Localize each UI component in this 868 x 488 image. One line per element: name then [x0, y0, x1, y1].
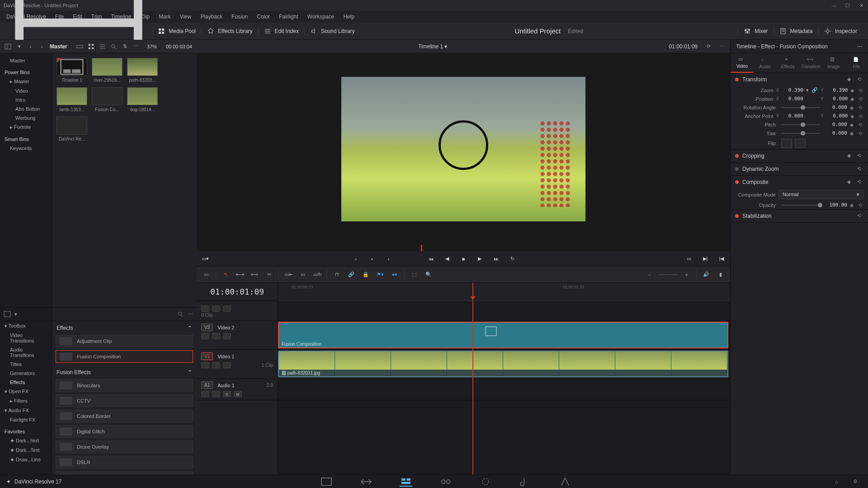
tree-video[interactable]: Video	[0, 86, 52, 95]
fx-fav-1[interactable]: ★ Dark...hird	[0, 436, 52, 446]
tree-abo-button[interactable]: Abo Button	[0, 104, 52, 113]
menu-view[interactable]: View	[175, 12, 196, 22]
sort-icon[interactable]: ⇅	[122, 42, 128, 51]
media-thumb-river[interactable]: river-29519...	[92, 58, 123, 83]
viewer-more-icon[interactable]: ⋯	[720, 43, 725, 49]
zoom-x-input[interactable]: 0.390	[783, 87, 803, 93]
marker-dot-icon[interactable]: •	[368, 255, 376, 263]
tl-arrow-tool-icon[interactable]: ↖	[221, 270, 231, 280]
fx-search-icon[interactable]	[177, 311, 184, 318]
menu-fairlight[interactable]: Fairlight	[274, 12, 303, 22]
track-header-v3[interactable]: 0 Clip	[197, 301, 278, 321]
metadata-toggle[interactable]: Metadata	[779, 28, 813, 35]
menu-mark[interactable]: Mark	[154, 12, 175, 22]
viewer-scrubber[interactable]	[197, 245, 730, 251]
tl-insert-icon[interactable]: ▭⇤	[283, 270, 293, 280]
edit-index-toggle[interactable]: Edit Index	[264, 28, 299, 35]
keyframe-icon[interactable]: ◆	[850, 88, 855, 93]
anchor-x-input[interactable]: 0.000	[783, 113, 803, 119]
tree-werbung[interactable]: Werbung	[0, 113, 52, 122]
lane-a1[interactable]	[278, 379, 730, 400]
inspector-tab-audio[interactable]: ♪Audio	[754, 53, 777, 73]
clip-fusion-composition[interactable]: Fusion Composition	[278, 322, 728, 348]
keyframe-icon[interactable]: ◆	[847, 76, 854, 83]
fx-tree-fairlight[interactable]: Fairlight FX	[0, 415, 52, 424]
fx-colored-border[interactable]: Colored Border	[56, 410, 193, 422]
stop-icon[interactable]: ■	[459, 255, 467, 263]
tl-ripple-icon[interactable]: ⬚	[409, 270, 419, 280]
inspector-tab-image[interactable]: 🖼Image	[822, 53, 845, 73]
keyframe-icon[interactable]: ◆	[850, 122, 855, 127]
fx-chevron-down-icon[interactable]: ▾	[14, 311, 17, 317]
inspector-tab-effects[interactable]: ✦Effects	[776, 53, 799, 73]
goto-start-icon[interactable]: ⏮	[427, 255, 435, 263]
media-thumb-davinci[interactable]: DaVinci Re...	[57, 117, 87, 141]
stabilization-section-header[interactable]: Stabilization⟲	[731, 210, 868, 222]
pitch-input[interactable]: 0.000	[826, 122, 847, 127]
keyframe-icon[interactable]: ◆	[850, 131, 855, 136]
v1-track-id[interactable]: V1	[201, 352, 213, 360]
tree-master[interactable]: ▸ Master	[0, 77, 52, 86]
reset-icon[interactable]: ⟲	[859, 113, 863, 119]
match-frame-icon[interactable]: ▭	[685, 255, 693, 263]
effects-library-toggle[interactable]: Effects Library	[207, 28, 252, 35]
tl-audio-icon[interactable]: 🔊	[701, 270, 711, 280]
media-thumb-lamb[interactable]: lamb-1353...	[57, 87, 87, 112]
view-list-icon[interactable]	[99, 42, 106, 51]
home-icon[interactable]: ⌂	[830, 477, 843, 487]
tl-zoom-in-icon[interactable]: +	[682, 270, 692, 280]
fx-digital-glitch[interactable]: Digital Glitch	[56, 425, 193, 438]
reset-icon[interactable]: ⟲	[858, 105, 863, 110]
tree-smart-bins[interactable]: Smart Bins	[0, 132, 52, 144]
viewer-sync-icon[interactable]: ⟳	[707, 43, 711, 49]
opacity-slider[interactable]	[781, 205, 820, 206]
reset-icon[interactable]: ⟲	[857, 153, 863, 159]
tree-intro[interactable]: Intro	[0, 95, 52, 104]
keyframe-icon[interactable]: ◆	[850, 105, 855, 110]
flip-v-button[interactable]	[795, 139, 806, 148]
close-button[interactable]: ✕	[858, 2, 864, 9]
fx-pane-icon[interactable]	[4, 310, 11, 319]
inspector-more-icon[interactable]: ⋯	[857, 43, 863, 50]
menu-workspace[interactable]: Workspace	[303, 12, 339, 22]
prev-marker-icon[interactable]: ‹	[352, 255, 360, 263]
lane-v2[interactable]: Fusion Composition	[278, 321, 730, 350]
minimize-button[interactable]: —	[831, 2, 837, 9]
media-thumb-timeline[interactable]: Timeline 1	[57, 58, 87, 83]
reset-icon[interactable]: ⟲	[857, 179, 863, 185]
composite-enable-dot[interactable]	[735, 180, 739, 184]
pos-x-input[interactable]: 0.000	[783, 96, 803, 102]
keyframe-icon[interactable]: ◆	[850, 202, 855, 208]
v3-auto-select-icon[interactable]	[212, 305, 220, 312]
goto-end-icon[interactable]: ⏭	[492, 255, 500, 263]
flip-h-button[interactable]	[781, 139, 792, 148]
pos-y-input[interactable]: 0.000	[827, 96, 848, 102]
viewer-timeline-name[interactable]: Timeline 1	[418, 43, 443, 50]
media-thumb-dog[interactable]: dog-18014...	[127, 87, 158, 112]
track-header-a1[interactable]: A1Audio 12.0 SM	[197, 379, 278, 400]
v1-disable-icon[interactable]	[223, 362, 231, 368]
fx-dslr[interactable]: DSLR	[56, 456, 193, 469]
page-cut-icon[interactable]	[360, 477, 373, 487]
fx-binoculars[interactable]: Binoculars	[56, 379, 193, 392]
fx-dve[interactable]: DVE	[56, 471, 193, 474]
reset-icon[interactable]: ⟲	[857, 213, 863, 219]
fx-fusion-composition[interactable]: Fusion Composition	[56, 350, 193, 363]
step-back-icon[interactable]: ◀	[443, 255, 451, 263]
keyframe-icon[interactable]: ◆	[847, 179, 854, 185]
fx-more-icon[interactable]: ⋯	[188, 311, 193, 317]
timeline-lanes[interactable]: 01:00:00:23 01:00:02:22 Fusion Compositi…	[278, 283, 730, 474]
track-header-v1[interactable]: V1Video 1 1 Clip	[197, 350, 278, 379]
inspector-toggle[interactable]: Inspector	[824, 28, 857, 35]
fx-tree-generators[interactable]: Generators	[0, 369, 52, 378]
lane-v3[interactable]	[278, 301, 730, 321]
keyframe-icon[interactable]: ◆	[850, 96, 855, 102]
page-deliver-icon[interactable]	[559, 477, 571, 487]
media-thumb-path[interactable]: path-83203...	[127, 58, 158, 83]
inspector-tab-video[interactable]: ▭Video	[731, 53, 754, 73]
tl-snap-icon[interactable]: ⊓	[332, 270, 342, 280]
reset-icon[interactable]: ⟲	[858, 122, 863, 127]
pitch-slider[interactable]	[781, 124, 820, 125]
yaw-input[interactable]: 0.000	[826, 130, 847, 136]
lane-v1[interactable]: 🖼 path-832031.jpg	[278, 350, 730, 379]
